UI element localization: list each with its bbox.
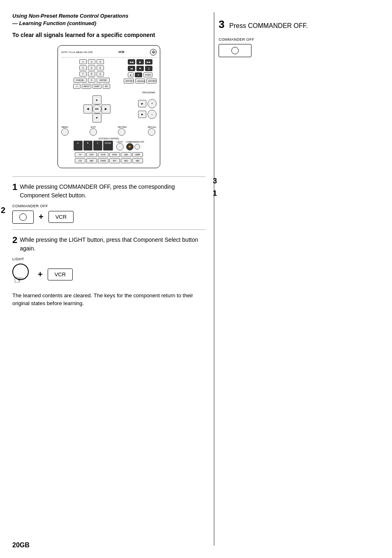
prog-minus-btn: –: [148, 110, 157, 119]
comp-md: MD: [86, 158, 97, 163]
diagram-step-2-label: 2: [1, 206, 5, 215]
recall-label: RECALL: [148, 126, 157, 128]
power-button: ⏻: [150, 49, 157, 56]
section-title: To clear all signals learned for a speci…: [12, 31, 205, 39]
comp-vcr: VCR: [98, 152, 108, 157]
vcr-button-step2: VCR: [48, 269, 73, 280]
btn-rec: ●: [135, 72, 142, 77]
step-1-text: While pressing COMMANDER OFF, press the …: [20, 183, 205, 200]
step-3-button-area: COMMANDER OFF: [219, 37, 380, 57]
component-row-2: CD MD TAPE MT MG MD: [61, 158, 157, 163]
comp-mt: MT: [109, 158, 120, 163]
btn-8: 8: [88, 72, 95, 76]
btn-6: 6: [97, 65, 104, 70]
dpad: ▲ ◀ OK ▶ ▼: [83, 95, 111, 123]
vcr-button-step1: VCR: [48, 211, 74, 223]
prog-plus-btn: +: [148, 99, 157, 108]
step-2-section: 2 While pressing the LIGHT button, press…: [12, 229, 205, 286]
system-control-label: SYSTEM CONTROL: [61, 137, 157, 140]
plus-sign-step2: +: [38, 270, 43, 279]
comp-cd: CD: [75, 158, 85, 163]
btn-pause: ‖: [145, 66, 152, 71]
vcr-label-step2: VCR: [55, 271, 66, 278]
btn-7: 7: [79, 72, 87, 76]
sys-a: A: [74, 141, 83, 150]
step-1-number: 1: [12, 183, 17, 192]
commander-off-circle-step3: [231, 47, 239, 54]
btn-play: ▶: [136, 59, 144, 65]
menu-label: MENU: [61, 126, 69, 128]
commander-off-remote-label: COMMANDER OFF: [126, 141, 145, 143]
btn-input: INPUT: [82, 84, 91, 89]
exit-label: EXIT: [90, 126, 97, 128]
dpad-left: ◀: [83, 104, 92, 113]
btn-5: 5: [88, 65, 95, 70]
step-3-number: 3: [219, 18, 224, 31]
commander-off-button-step3: [219, 44, 251, 57]
comp-amp: AMP: [132, 152, 143, 157]
btn-subt: SUBT: [92, 84, 101, 89]
remote-diagram: 2 AUTOTV+LAMENUONOVR VCR ⏻: [12, 45, 205, 168]
page-number: 20GB: [12, 542, 30, 549]
bottom-note: The learned contents are cleared. The ke…: [12, 292, 205, 308]
step-2-button-row: ☞ + VCR: [12, 264, 205, 286]
light-label: LIGHT: [116, 141, 124, 143]
step-1-section: 1 While pressing COMMANDER OFF, press th…: [12, 176, 205, 224]
dpad-right: ▶: [101, 104, 111, 113]
btn-over: OVER: [143, 72, 152, 77]
muting-label: MUTING: [118, 126, 127, 128]
btn-4: 4: [79, 65, 87, 70]
menu-row: MENU EXIT MUTING RECALL: [61, 126, 157, 136]
vcr-section-label: VCR: [118, 51, 125, 53]
comp-cbl: CBL: [121, 152, 131, 157]
btn-2: 2: [88, 59, 95, 64]
right-column: 3 Press COMMANDER OFF. COMMANDER OFF: [214, 12, 380, 546]
plus-sign-step1: +: [39, 212, 44, 222]
commander-off-circle-step1: [19, 213, 27, 221]
comp-tv: TV: [75, 152, 85, 157]
exit-button: [90, 128, 97, 136]
system-row: A B C NONE LIGHT COMMANDER OFF: [61, 141, 157, 150]
comp-md2: MD: [132, 158, 143, 163]
comp-sat: SAT: [86, 152, 97, 157]
step-3-section: 3 Press COMMANDER OFF. COMMANDER OFF: [219, 12, 380, 57]
header-title: Using Non-Preset Remote Control Operatio…: [12, 12, 205, 27]
prog-plus-arrow: ▶: [138, 100, 146, 107]
btn-satset2: SAT/SET: [146, 79, 157, 83]
btn-ff: ▶▶: [145, 59, 152, 65]
step-3-text: Press COMMANDER OFF.: [229, 22, 308, 29]
light-button: [116, 143, 124, 150]
btn-9: 9: [97, 72, 104, 76]
btn-prev: |◀: [128, 66, 135, 71]
sys-c: C: [93, 141, 102, 150]
btn-0: 0: [88, 78, 95, 83]
btn-minimize: minimize: [135, 79, 145, 83]
sys-none: NONE: [103, 141, 113, 150]
btn-minus: –/–: [73, 84, 81, 89]
hand-pointer-icon: ☞: [14, 274, 24, 286]
remote-top-left: AUTOTV+LAMENUONOVR: [61, 51, 93, 54]
light-button-icon: ☞: [12, 264, 33, 286]
btn-cancel-av: CANCEL: [74, 78, 87, 83]
comp-dvd: DVD: [109, 152, 120, 157]
btn-enter: ENTER: [97, 78, 110, 83]
sys-b: B: [83, 141, 92, 150]
light-label-step2: LIGHT: [12, 257, 205, 261]
component-row-1: TV SAT VCR DVD CBL AMP: [61, 152, 157, 157]
btn-1: 1: [79, 59, 87, 64]
btn-ar: AR: [103, 84, 110, 89]
btn-sat-ch: SAT/SET: [124, 79, 134, 83]
btn-tv-ch: ▲: [128, 72, 134, 77]
menu-button: [61, 128, 69, 136]
btn-3: 3: [97, 59, 104, 64]
diagram-step-1-label: 1: [213, 189, 217, 198]
dpad-down: ▼: [92, 113, 101, 123]
commander-off-remote-button: [126, 143, 134, 150]
step-2-text: While pressing the LIGHT button, press t…: [20, 236, 205, 253]
commander-off-button-step1: [12, 211, 34, 224]
dpad-up: ▲: [92, 95, 101, 104]
step-2-number: 2: [12, 236, 17, 245]
commander-off-label-step1: COMMANDER OFF: [12, 204, 205, 208]
vcr-label-step1: VCR: [55, 214, 67, 220]
muting-button: [118, 128, 125, 136]
